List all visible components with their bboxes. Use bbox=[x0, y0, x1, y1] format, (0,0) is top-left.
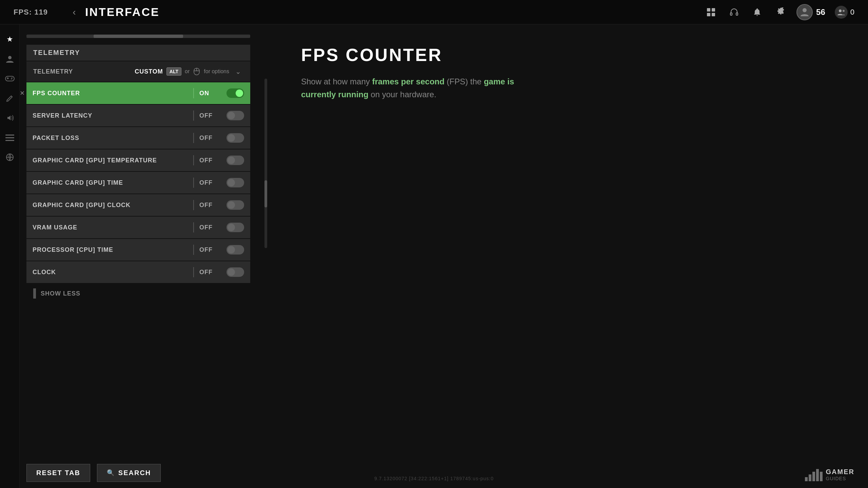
gpu-time-toggle[interactable] bbox=[226, 178, 244, 187]
gear-icon[interactable] bbox=[773, 5, 787, 19]
server-latency-toggle[interactable] bbox=[226, 111, 244, 120]
row-divider bbox=[193, 222, 194, 232]
bell-icon[interactable] bbox=[750, 5, 764, 19]
cpu-time-row[interactable]: PROCESSOR [CPU] TIME OFF bbox=[26, 239, 250, 261]
svg-rect-4 bbox=[730, 13, 732, 15]
row-divider bbox=[193, 267, 194, 277]
toggle-knob bbox=[228, 268, 235, 276]
bottom-bar: RESET TAB 🔍 SEARCH bbox=[20, 458, 257, 488]
clock-value: OFF bbox=[199, 269, 226, 276]
branding-title: GAMER bbox=[826, 468, 854, 476]
toggle-knob bbox=[236, 89, 243, 97]
dropdown-arrow-icon[interactable]: ⌄ bbox=[233, 66, 243, 77]
reset-tab-button[interactable]: RESET TAB bbox=[26, 464, 90, 482]
vertical-scrollbar[interactable] bbox=[264, 79, 267, 248]
packet-loss-label: PACKET LOSS bbox=[33, 135, 188, 142]
svg-point-8 bbox=[8, 56, 12, 59]
svg-rect-3 bbox=[712, 13, 715, 16]
fps-counter-label: FPS COUNTER bbox=[33, 90, 188, 97]
social-count: 0 bbox=[850, 8, 854, 17]
svg-rect-0 bbox=[707, 8, 710, 12]
svg-rect-13 bbox=[5, 140, 14, 141]
for-options-text: for options bbox=[204, 68, 229, 75]
vram-usage-value: OFF bbox=[199, 224, 226, 231]
cpu-time-value: OFF bbox=[199, 246, 226, 253]
toggle-knob bbox=[228, 224, 235, 231]
gpu-temp-toggle[interactable] bbox=[226, 156, 244, 165]
search-button[interactable]: 🔍 SEARCH bbox=[97, 464, 161, 482]
left-sidebar: ★ bbox=[0, 24, 20, 488]
gpu-clock-toggle[interactable] bbox=[226, 200, 244, 210]
row-divider bbox=[193, 110, 194, 121]
svg-rect-9 bbox=[5, 76, 14, 81]
row-divider bbox=[193, 178, 194, 188]
sidebar-icon-profile[interactable] bbox=[2, 51, 18, 67]
row-divider bbox=[193, 88, 194, 98]
panel-title: FPS COUNTER bbox=[301, 45, 841, 65]
avatar bbox=[796, 4, 813, 20]
top-scrollbar[interactable] bbox=[26, 35, 250, 38]
main-content: TELEMETRY TELEMETRY CUSTOM ALT or for op… bbox=[20, 24, 274, 488]
svg-point-7 bbox=[839, 9, 842, 12]
sidebar-icon-menu[interactable] bbox=[2, 129, 18, 146]
svg-rect-2 bbox=[707, 13, 710, 16]
avatar-area[interactable]: 56 bbox=[796, 4, 825, 20]
gpu-clock-row[interactable]: GRAPHIC CARD [GPU] CLOCK OFF bbox=[26, 194, 250, 216]
sidebar-icon-controller[interactable] bbox=[2, 70, 18, 87]
grid-icon[interactable] bbox=[704, 5, 718, 19]
highlight-fps: frames per second bbox=[372, 77, 444, 86]
telemetry-custom-row[interactable]: TELEMETRY CUSTOM ALT or for options ⌄ bbox=[26, 61, 250, 82]
back-button[interactable]: ‹ INTERFACE bbox=[68, 5, 160, 19]
cpu-time-toggle[interactable] bbox=[226, 245, 244, 255]
alt-key-badge: ALT bbox=[166, 67, 181, 76]
social-area: 0 bbox=[835, 6, 854, 19]
gpu-time-value: OFF bbox=[199, 179, 226, 186]
top-right-area: 56 0 bbox=[704, 4, 854, 20]
row-divider bbox=[193, 200, 194, 210]
search-label: SEARCH bbox=[118, 469, 151, 477]
row-divider bbox=[193, 245, 194, 255]
toggle-knob bbox=[228, 246, 235, 253]
toggle-knob bbox=[228, 179, 235, 186]
gpu-temp-label: GRAPHIC CARD [GPU] TEMPERATURE bbox=[33, 157, 188, 164]
bar3 bbox=[812, 472, 815, 481]
server-latency-row[interactable]: SERVER LATENCY OFF bbox=[26, 105, 250, 126]
vram-usage-row[interactable]: VRAM USAGE OFF bbox=[26, 217, 250, 238]
svg-rect-5 bbox=[736, 13, 738, 15]
fps-display: FPS: 119 bbox=[14, 8, 48, 17]
headset-icon[interactable] bbox=[727, 5, 741, 19]
svg-rect-11 bbox=[5, 135, 14, 136]
scrollbar-thumb-vert bbox=[264, 180, 267, 207]
close-icon[interactable]: ✕ bbox=[20, 89, 25, 97]
fps-counter-row[interactable]: ✕ FPS COUNTER ON bbox=[26, 82, 250, 104]
sidebar-icon-network[interactable] bbox=[2, 149, 18, 165]
right-panel: FPS COUNTER Show at how many frames per … bbox=[274, 24, 868, 488]
clock-toggle[interactable] bbox=[226, 267, 244, 277]
custom-badge: CUSTOM ALT or for options bbox=[135, 67, 229, 76]
gpu-time-row[interactable]: GRAPHIC CARD [GPU] TIME OFF bbox=[26, 172, 250, 194]
clock-row[interactable]: CLOCK OFF bbox=[26, 261, 250, 283]
fps-counter-toggle[interactable] bbox=[226, 88, 244, 98]
svg-point-6 bbox=[803, 8, 807, 12]
sidebar-icon-star[interactable]: ★ bbox=[2, 31, 18, 47]
search-icon: 🔍 bbox=[107, 469, 115, 476]
gpu-temp-row[interactable]: GRAPHIC CARD [GPU] TEMPERATURE OFF bbox=[26, 149, 250, 171]
bar5 bbox=[820, 472, 823, 481]
vram-usage-toggle[interactable] bbox=[226, 223, 244, 232]
toggle-knob bbox=[228, 157, 235, 164]
show-less-row[interactable]: SHOW LESS bbox=[26, 284, 250, 303]
packet-loss-value: OFF bbox=[199, 135, 226, 142]
sidebar-icon-sound[interactable] bbox=[2, 110, 18, 126]
packet-loss-toggle[interactable] bbox=[226, 133, 244, 143]
packet-loss-row[interactable]: PACKET LOSS OFF bbox=[26, 127, 250, 149]
row-divider bbox=[193, 155, 194, 165]
server-latency-label: SERVER LATENCY bbox=[33, 112, 188, 119]
gpu-time-label: GRAPHIC CARD [GPU] TIME bbox=[33, 179, 188, 186]
friends-icon[interactable] bbox=[835, 6, 848, 19]
mouse-icon bbox=[193, 68, 200, 75]
cpu-time-label: PROCESSOR [CPU] TIME bbox=[33, 246, 188, 253]
branding-subtitle: GUIDES bbox=[826, 476, 854, 481]
sidebar-icon-pencil[interactable] bbox=[2, 90, 18, 106]
svg-marker-10 bbox=[7, 116, 11, 120]
bar4 bbox=[816, 469, 819, 481]
